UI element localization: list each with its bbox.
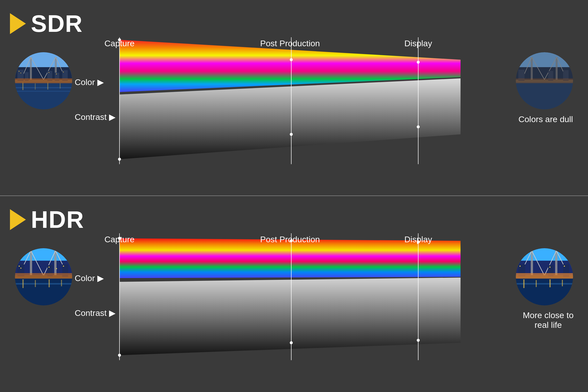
- svg-point-86: [118, 354, 121, 357]
- svg-point-39: [417, 125, 420, 128]
- sdr-caption: Colors are dull: [513, 114, 578, 124]
- svg-rect-115: [549, 279, 551, 287]
- svg-rect-79: [35, 280, 36, 287]
- svg-rect-14: [23, 82, 24, 90]
- svg-rect-113: [523, 279, 524, 288]
- svg-rect-24: [21, 73, 21, 74]
- sdr-capture-label: Capture: [105, 38, 135, 48]
- svg-rect-109: [519, 266, 520, 267]
- svg-marker-30: [120, 78, 461, 159]
- svg-rect-27: [63, 72, 64, 72]
- svg-rect-75: [56, 268, 57, 269]
- svg-rect-15: [35, 83, 36, 90]
- svg-point-89: [290, 341, 293, 344]
- svg-rect-81: [61, 280, 62, 286]
- svg-rect-28: [15, 78, 72, 83]
- hdr-left-image: [15, 248, 72, 306]
- svg-rect-26: [56, 74, 57, 74]
- svg-point-38: [417, 61, 420, 64]
- svg-rect-16: [47, 82, 48, 90]
- svg-rect-80: [49, 279, 50, 287]
- svg-point-35: [290, 58, 293, 61]
- svg-rect-25: [49, 72, 49, 73]
- svg-rect-77: [15, 273, 72, 278]
- svg-point-33: [118, 158, 121, 161]
- sdr-title-area: SDR: [10, 10, 83, 37]
- hdr-display-label: Display: [404, 234, 432, 244]
- sdr-right-image: [516, 52, 573, 110]
- svg-rect-58: [15, 248, 72, 261]
- hdr-right-image: [516, 248, 573, 306]
- svg-rect-23: [19, 71, 20, 72]
- svg-rect-13: [15, 91, 72, 92]
- hdr-diagram: [95, 233, 485, 365]
- svg-point-92: [417, 339, 420, 342]
- hdr-arrow-icon: [10, 209, 26, 230]
- svg-rect-42: [516, 52, 573, 67]
- hdr-panel: HDR: [0, 196, 588, 392]
- svg-rect-116: [562, 280, 563, 286]
- sdr-title: SDR: [31, 10, 83, 37]
- svg-rect-12: [15, 87, 72, 88]
- svg-rect-51: [516, 82, 573, 110]
- svg-rect-55: [516, 78, 573, 83]
- sdr-panel: SDR: [0, 0, 588, 196]
- hdr-title-area: HDR: [10, 206, 84, 233]
- sdr-post-label: Post Production: [260, 38, 320, 48]
- svg-rect-114: [536, 280, 537, 287]
- svg-rect-110: [549, 267, 550, 268]
- sdr-left-image: [15, 52, 72, 110]
- hdr-title: HDR: [31, 206, 84, 233]
- svg-rect-76: [63, 266, 64, 267]
- sdr-diagram: [95, 37, 485, 169]
- svg-rect-95: [516, 248, 573, 261]
- svg-rect-112: [516, 273, 573, 278]
- svg-rect-74: [49, 267, 50, 268]
- svg-rect-17: [60, 83, 61, 88]
- svg-rect-78: [23, 279, 24, 288]
- svg-rect-72: [19, 266, 20, 267]
- svg-point-36: [290, 133, 293, 136]
- svg-rect-111: [564, 266, 565, 267]
- hdr-capture-label: Capture: [105, 234, 135, 244]
- svg-rect-73: [21, 268, 22, 269]
- sdr-arrow-icon: [10, 13, 26, 34]
- hdr-caption: More close to real life: [514, 310, 582, 330]
- hdr-post-label: Post Production: [260, 234, 320, 244]
- sdr-display-label: Display: [404, 38, 432, 48]
- svg-marker-82: [120, 238, 461, 278]
- svg-rect-11: [15, 82, 72, 110]
- svg-rect-2: [15, 52, 72, 67]
